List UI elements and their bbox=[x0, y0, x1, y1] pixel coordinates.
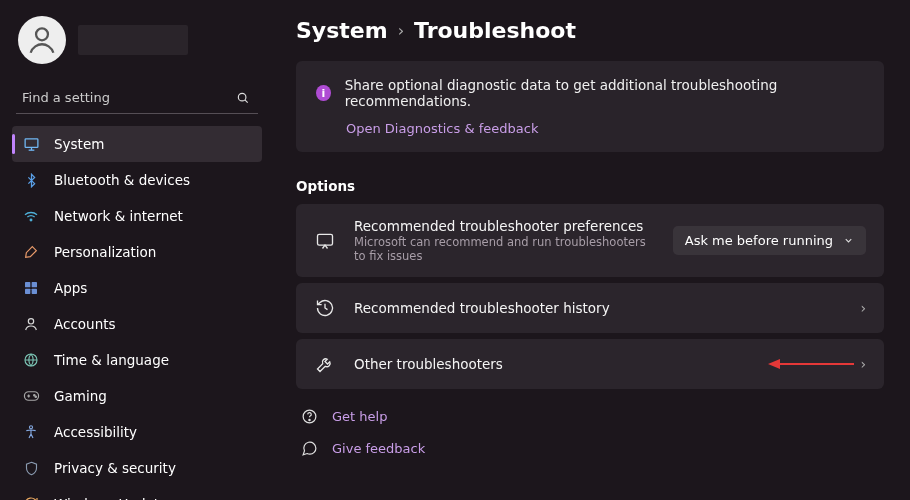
chat-icon bbox=[314, 230, 336, 252]
open-diagnostics-link[interactable]: Open Diagnostics & feedback bbox=[346, 121, 862, 136]
sidebar-item-label: Windows Update bbox=[54, 496, 167, 500]
svg-rect-3 bbox=[25, 138, 38, 147]
user-name-placeholder bbox=[78, 25, 188, 55]
sidebar-item-bluetooth[interactable]: Bluetooth & devices bbox=[12, 162, 262, 198]
card-subtitle: Microsoft can recommend and run troubles… bbox=[354, 235, 655, 263]
sidebar-item-personalization[interactable]: Personalization bbox=[12, 234, 262, 270]
sidebar-item-accessibility[interactable]: Accessibility bbox=[12, 414, 262, 450]
sidebar-item-label: Bluetooth & devices bbox=[54, 172, 190, 188]
card-title: Recommended troubleshooter history bbox=[354, 300, 842, 316]
globe-clock-icon bbox=[22, 351, 40, 369]
other-troubleshooters-card[interactable]: Other troubleshooters › bbox=[296, 339, 884, 389]
sidebar-item-label: Network & internet bbox=[54, 208, 183, 224]
history-icon bbox=[314, 297, 336, 319]
chevron-right-icon: › bbox=[860, 356, 866, 372]
svg-point-23 bbox=[308, 419, 309, 420]
card-title: Other troubleshooters bbox=[354, 356, 842, 372]
search-input[interactable] bbox=[16, 82, 258, 113]
wifi-icon bbox=[22, 207, 40, 225]
give-feedback-link[interactable]: Give feedback bbox=[300, 439, 884, 457]
svg-line-2 bbox=[245, 99, 248, 102]
search-container bbox=[16, 82, 258, 114]
troubleshooter-preferences-card[interactable]: Recommended troubleshooter preferences M… bbox=[296, 204, 884, 277]
svg-rect-8 bbox=[32, 282, 37, 287]
get-help-link[interactable]: Get help bbox=[300, 407, 884, 425]
dropdown-value: Ask me before running bbox=[685, 233, 833, 248]
sidebar-item-label: Accounts bbox=[54, 316, 116, 332]
svg-point-0 bbox=[36, 28, 48, 40]
link-label: Get help bbox=[332, 409, 387, 424]
svg-point-6 bbox=[30, 219, 32, 221]
shield-icon bbox=[22, 459, 40, 477]
sidebar-item-label: Accessibility bbox=[54, 424, 137, 440]
chevron-down-icon bbox=[843, 235, 854, 246]
sidebar-item-update[interactable]: Windows Update bbox=[12, 486, 262, 500]
sidebar-item-label: Gaming bbox=[54, 388, 107, 404]
troubleshooter-history-card[interactable]: Recommended troubleshooter history › bbox=[296, 283, 884, 333]
sidebar-item-network[interactable]: Network & internet bbox=[12, 198, 262, 234]
sidebar-item-label: Personalization bbox=[54, 244, 156, 260]
sidebar-item-apps[interactable]: Apps bbox=[12, 270, 262, 306]
accessibility-icon bbox=[22, 423, 40, 441]
svg-point-11 bbox=[28, 319, 33, 324]
paintbrush-icon bbox=[22, 243, 40, 261]
svg-point-18 bbox=[29, 426, 32, 429]
sidebar-item-label: Apps bbox=[54, 280, 87, 296]
diagnostic-banner: i Share optional diagnostic data to get … bbox=[296, 61, 884, 152]
gaming-icon bbox=[22, 387, 40, 405]
breadcrumb-parent[interactable]: System bbox=[296, 18, 388, 43]
sidebar-item-time[interactable]: Time & language bbox=[12, 342, 262, 378]
page-title: Troubleshoot bbox=[414, 18, 576, 43]
svg-rect-19 bbox=[318, 234, 333, 245]
sidebar-item-system[interactable]: System bbox=[12, 126, 262, 162]
accounts-icon bbox=[22, 315, 40, 333]
info-icon: i bbox=[316, 85, 331, 101]
preferences-dropdown[interactable]: Ask me before running bbox=[673, 226, 866, 255]
avatar bbox=[18, 16, 66, 64]
svg-rect-10 bbox=[32, 289, 37, 294]
breadcrumb: System › Troubleshoot bbox=[296, 18, 884, 43]
svg-rect-7 bbox=[25, 282, 30, 287]
sidebar-item-label: System bbox=[54, 136, 104, 152]
chevron-right-icon: › bbox=[398, 21, 404, 40]
help-icon bbox=[300, 407, 318, 425]
chevron-right-icon: › bbox=[860, 300, 866, 316]
banner-text: Share optional diagnostic data to get ad… bbox=[345, 77, 862, 109]
update-icon bbox=[22, 495, 40, 500]
sidebar-item-gaming[interactable]: Gaming bbox=[12, 378, 262, 414]
card-title: Recommended troubleshooter preferences bbox=[354, 218, 655, 234]
feedback-icon bbox=[300, 439, 318, 457]
user-profile[interactable] bbox=[12, 12, 262, 82]
svg-point-1 bbox=[238, 93, 246, 101]
sidebar-item-accounts[interactable]: Accounts bbox=[12, 306, 262, 342]
link-label: Give feedback bbox=[332, 441, 425, 456]
search-icon bbox=[236, 91, 250, 105]
apps-icon bbox=[22, 279, 40, 297]
options-heading: Options bbox=[296, 178, 884, 194]
bluetooth-icon bbox=[22, 171, 40, 189]
sidebar-item-privacy[interactable]: Privacy & security bbox=[12, 450, 262, 486]
svg-rect-9 bbox=[25, 289, 30, 294]
system-icon bbox=[22, 135, 40, 153]
wrench-icon bbox=[314, 353, 336, 375]
sidebar-item-label: Privacy & security bbox=[54, 460, 176, 476]
svg-point-17 bbox=[35, 396, 36, 397]
sidebar-item-label: Time & language bbox=[54, 352, 169, 368]
